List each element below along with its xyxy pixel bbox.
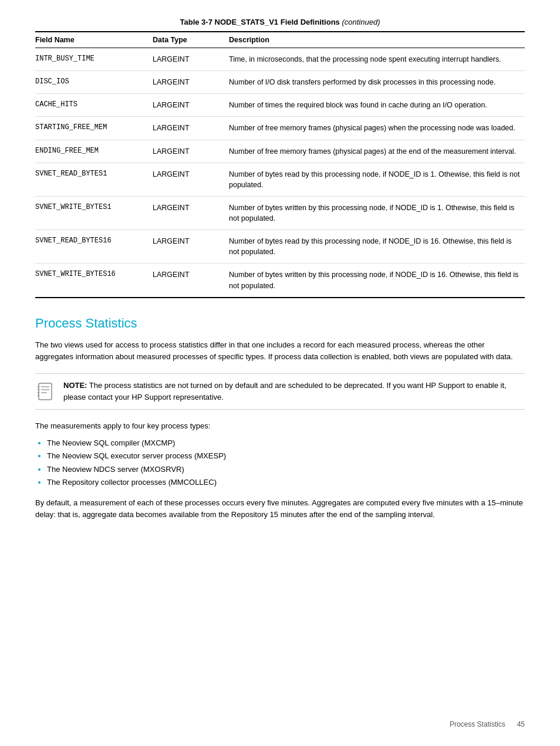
list-item: The Neoview SQL compiler (MXCMP)	[47, 437, 525, 450]
field-name-cell: SVNET_READ_BYTES16	[35, 230, 153, 264]
table-row: INTR_BUSY_TIMELARGEINTTime, in microseco…	[35, 48, 525, 71]
field-name-cell: INTR_BUSY_TIME	[35, 48, 153, 71]
field-name-cell: STARTING_FREE_MEM	[35, 117, 153, 140]
field-name-cell: SVNET_WRITE_BYTES16	[35, 264, 153, 298]
table-row: ENDING_FREE_MEMLARGEINTNumber of free me…	[35, 140, 525, 163]
data-type-cell: LARGEINT	[153, 71, 229, 94]
note-svg-icon	[35, 381, 56, 402]
closing-paragraph: By default, a measurement of each of the…	[35, 497, 525, 521]
table-row: STARTING_FREE_MEMLARGEINTNumber of free …	[35, 117, 525, 140]
note-text: The process statistics are not turned on…	[63, 381, 507, 401]
table-continued: (continued)	[342, 18, 380, 26]
data-type-cell: LARGEINT	[153, 140, 229, 163]
list-item: The Neoview NDCS server (MXOSRVR)	[47, 463, 525, 476]
note-label: NOTE:	[63, 381, 87, 390]
note-box: NOTE: The process statistics are not tur…	[35, 373, 525, 410]
col-field-name: Field Name	[35, 32, 153, 48]
field-name-cell: CACHE_HITS	[35, 94, 153, 117]
intro-paragraph: The two views used for access to process…	[35, 339, 525, 363]
svg-rect-0	[39, 383, 52, 400]
footer-section: Process Statistics	[450, 720, 505, 728]
data-type-cell: LARGEINT	[153, 230, 229, 264]
table-row: SVNET_READ_BYTES1LARGEINTNumber of bytes…	[35, 163, 525, 196]
description-cell: Number of bytes read by this processing …	[229, 163, 525, 196]
data-type-cell: LARGEINT	[153, 117, 229, 140]
note-icon	[35, 381, 56, 402]
list-item: The Neoview SQL executor server process …	[47, 450, 525, 463]
data-type-cell: LARGEINT	[153, 264, 229, 298]
data-type-cell: LARGEINT	[153, 48, 229, 71]
table-row: SVNET_READ_BYTES16LARGEINTNumber of byte…	[35, 230, 525, 264]
node-stats-table: Field Name Data Type Description INTR_BU…	[35, 31, 525, 298]
table-row: CACHE_HITSLARGEINTNumber of times the re…	[35, 94, 525, 117]
page-footer: Process Statistics 45	[450, 720, 525, 728]
table-title-text: Table 3-7 NODE_STATS_V1 Field Definition…	[180, 18, 340, 26]
table-row: SVNET_WRITE_BYTES1LARGEINTNumber of byte…	[35, 196, 525, 229]
data-type-cell: LARGEINT	[153, 94, 229, 117]
description-cell: Number of I/O disk transfers performed b…	[229, 71, 525, 94]
description-cell: Number of free memory frames (physical p…	[229, 140, 525, 163]
description-cell: Number of bytes written by this processi…	[229, 264, 525, 298]
field-name-cell: SVNET_READ_BYTES1	[35, 163, 153, 196]
bullet-list: The Neoview SQL compiler (MXCMP)The Neov…	[47, 437, 525, 488]
table-row: SVNET_WRITE_BYTES16LARGEINTNumber of byt…	[35, 264, 525, 298]
description-cell: Number of free memory frames (physical p…	[229, 117, 525, 140]
note-content: NOTE: The process statistics are not tur…	[63, 380, 525, 403]
description-cell: Number of bytes written by this processi…	[229, 196, 525, 229]
footer-page-number: 45	[517, 720, 525, 728]
measurements-intro: The measurements apply to four key proce…	[35, 420, 525, 432]
field-name-cell: ENDING_FREE_MEM	[35, 140, 153, 163]
col-description: Description	[229, 32, 525, 48]
description-cell: Time, in microseconds, that the processi…	[229, 48, 525, 71]
table-title: Table 3-7 NODE_STATS_V1 Field Definition…	[35, 18, 525, 26]
description-cell: Number of times the required block was f…	[229, 94, 525, 117]
list-item: The Repository collector processes (MMCO…	[47, 476, 525, 489]
section-heading: Process Statistics	[35, 316, 525, 331]
description-cell: Number of bytes read by this processing …	[229, 230, 525, 264]
data-type-cell: LARGEINT	[153, 163, 229, 196]
field-name-cell: DISC_IOS	[35, 71, 153, 94]
table-header-row: Field Name Data Type Description	[35, 32, 525, 48]
table-row: DISC_IOSLARGEINTNumber of I/O disk trans…	[35, 71, 525, 94]
data-type-cell: LARGEINT	[153, 196, 229, 229]
field-name-cell: SVNET_WRITE_BYTES1	[35, 196, 153, 229]
col-data-type: Data Type	[153, 32, 229, 48]
